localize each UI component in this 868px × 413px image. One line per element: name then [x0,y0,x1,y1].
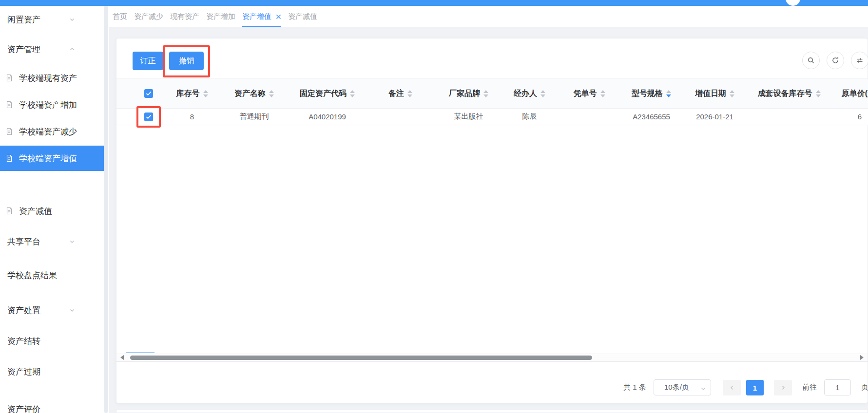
top-navbar [0,0,868,6]
scroll-right-arrow-icon[interactable] [860,355,864,360]
fixed-column-scroll-indicator [126,352,154,353]
sort-carets-icon[interactable] [600,90,605,97]
column-header-voucher-no[interactable]: 凭单号 [558,79,621,108]
search-icon [807,56,815,64]
page-number-button[interactable]: 1 [746,380,764,395]
sort-carets-icon[interactable] [269,90,274,97]
sidebar-item-school-inventory-result[interactable]: 学校盘点结果 [0,263,104,288]
screen: 闲置资产 资产管理 学校端现有资产 学校端资产增加 学校端资产减少 学校端资产增… [0,0,868,413]
select-all-checkbox[interactable] [144,89,153,98]
tab-asset-impairment[interactable]: 资产减值 [288,6,317,27]
sort-carets-icon[interactable] [816,90,821,97]
goto-page-input[interactable] [824,379,851,395]
sidebar-item-label: 学校盘点结果 [7,270,57,281]
column-header-asset-name[interactable]: 资产名称 [219,79,289,108]
sort-carets-icon[interactable] [730,90,734,97]
prev-page-button[interactable] [723,380,741,395]
chevron-down-icon [69,16,76,23]
table-row[interactable]: 8 普通期刊 A04020199 某出版社 陈辰 A23465655 2026-… [116,109,868,125]
sidebar-item-asset-evaluation[interactable]: 资产评价 [0,396,104,413]
sidebar-item-asset-impairment[interactable]: 资产减值 [0,198,104,224]
sidebar-item-label: 资产管理 [7,44,40,55]
content-card: 订正 撤销 库存号 资产名称 固定资产代码 [116,38,868,403]
column-header-appreciation-date[interactable]: 增值日期 [682,79,748,108]
row-checkbox[interactable] [144,113,153,121]
cell-fixed-asset-code: A04020199 [289,109,365,125]
page-size-value: 10条/页 [664,383,689,392]
cell-voucher-no [558,109,621,125]
tab-existing-assets[interactable]: 现有资产 [170,6,199,27]
sidebar-scrollbar[interactable] [104,6,108,413]
column-header-manufacturer-brand[interactable]: 厂家品牌 [436,79,502,108]
settings-button[interactable] [851,52,868,69]
sidebar-item-label: 资产处置 [7,305,40,316]
sidebar-item-label: 资产结转 [7,336,40,347]
cell-asset-name: 普通期刊 [219,109,289,125]
refresh-icon [831,56,839,64]
chevron-up-icon [69,46,76,53]
sort-carets-icon[interactable] [483,90,488,97]
tab-label: 首页 [113,12,127,21]
scroll-left-arrow-icon[interactable] [120,355,124,360]
column-header-model-spec[interactable]: 型号规格 [621,79,682,108]
chevron-down-icon [700,386,706,392]
sidebar-item-school-asset-decrease[interactable]: 学校端资产减少 [0,119,104,144]
column-header-remark[interactable]: 备注 [365,79,436,108]
sidebar-item-school-asset-increase[interactable]: 学校端资产增加 [0,92,104,117]
revoke-button[interactable]: 撤销 [169,52,204,70]
sort-carets-icon[interactable] [203,90,208,97]
sidebar-item-asset-disposal[interactable]: 资产处置 [0,298,104,323]
page-unit-label: 页 [861,383,868,392]
sidebar-item-asset-expiry[interactable]: 资产过期 [0,359,104,384]
sidebar: 闲置资产 资产管理 学校端现有资产 学校端资产增加 学校端资产减少 学校端资产增… [0,6,109,413]
sidebar-item-label: 资产过期 [7,366,40,377]
sort-carets-icon[interactable] [407,90,412,97]
horizontal-scrollbar-thumb[interactable] [130,356,592,360]
next-page-button[interactable] [774,380,792,395]
tab-label: 资产减少 [134,12,163,21]
cell-remark [365,109,436,125]
cell-stock-no: 8 [165,109,219,125]
column-header-original-unit-price[interactable]: 原单价(元) [830,79,868,108]
document-icon [5,101,13,109]
sidebar-item-asset-carryover[interactable]: 资产结转 [0,328,104,354]
tab-asset-increase[interactable]: 资产增加 [206,6,235,27]
sidebar-item-school-asset-appreciation[interactable]: 学校端资产增值 [0,146,104,171]
horizontal-scrollbar[interactable] [116,354,868,362]
correct-button[interactable]: 订正 [133,52,163,70]
cell-model-spec: A23465655 [621,109,682,125]
column-header-set-equipment-stock-no[interactable]: 成套设备库存号 [748,79,830,108]
avatar[interactable] [786,0,800,6]
search-button[interactable] [802,52,820,69]
tab-asset-decrease[interactable]: 资产减少 [134,6,163,27]
sort-carets-icon[interactable] [350,90,355,97]
sidebar-item-idle-assets[interactable]: 闲置资产 [0,7,104,32]
sidebar-item-sharing-platform[interactable]: 共享平台 [0,229,104,254]
next-section-card [116,409,868,413]
column-header-label: 原单价(元) [842,89,868,99]
sidebar-item-asset-management[interactable]: 资产管理 [0,37,104,62]
document-icon [5,74,13,82]
sidebar-item-label: 学校端资产增值 [19,153,77,164]
column-header-label: 资产名称 [234,89,266,99]
close-icon[interactable] [276,14,281,19]
document-icon [5,154,13,162]
tab-home[interactable]: 首页 [113,6,127,27]
document-icon [5,128,13,135]
column-header-fixed-asset-code[interactable]: 固定资产代码 [289,79,365,108]
column-header-stock-no[interactable]: 库存号 [165,79,219,108]
tab-label: 现有资产 [170,12,199,21]
sidebar-item-label: 学校端资产减少 [19,126,77,137]
sort-carets-icon[interactable] [540,90,545,97]
table-header: 库存号 资产名称 固定资产代码 备注 厂家品牌 经办人 [116,78,868,109]
sort-carets-icon[interactable] [666,90,671,97]
column-header-label: 经办人 [514,89,537,99]
page-size-select[interactable]: 10条/页 [654,379,711,395]
tab-bar: 首页 资产减少 现有资产 资产增加 资产增值 资产减值 [109,6,868,27]
chevron-left-icon [729,385,735,391]
sidebar-item-school-existing-assets[interactable]: 学校端现有资产 [0,65,104,91]
refresh-button[interactable] [827,52,844,69]
tab-asset-appreciation[interactable]: 资产增值 [242,6,281,27]
column-header-handler[interactable]: 经办人 [502,79,558,108]
cell-appreciation-date: 2026-01-21 [682,109,748,125]
